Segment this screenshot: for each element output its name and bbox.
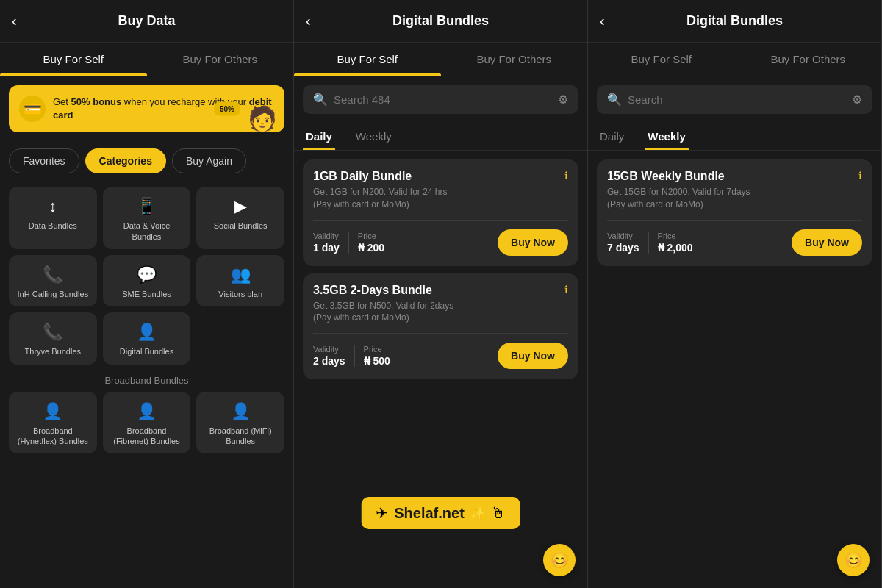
chat-bubble-2[interactable]: 😊 — [543, 544, 576, 576]
pill-buy-again[interactable]: Buy Again — [172, 148, 246, 173]
inh-calling-icon: 📞 — [43, 265, 62, 284]
bundle-15gb-footer: Validity 7 days Price ₦ 2,000 Buy Now — [607, 229, 862, 256]
price-value-2: ₦ 500 — [364, 355, 390, 367]
price-value-3: ₦ 2,000 — [658, 242, 693, 254]
bundle-15gb-name: 15GB Weekly Bundle — [607, 170, 725, 183]
search-icon-2: 🔍 — [313, 93, 328, 107]
panel3-header: ‹ Digital Bundles — [588, 0, 881, 43]
bundle-15gb-desc: Get 15GB for N2000. Valid for 7days(Pay … — [607, 186, 862, 211]
bundle-35gb-meta: Validity 2 days Price ₦ 500 — [313, 345, 492, 367]
panel2-header: ‹ Digital Bundles — [294, 0, 587, 43]
panel3-search-input[interactable] — [628, 93, 846, 106]
data-bundles-label: Data Bundles — [29, 220, 77, 231]
panel3-bundle-list: 15GB Weekly Bundle ℹ Get 15GB for N2000.… — [588, 154, 881, 588]
panel2-search-input[interactable] — [334, 93, 552, 106]
hynetflex-icon: 👤 — [43, 402, 62, 421]
panel2-search-bar[interactable]: 🔍 ⚙ — [303, 85, 578, 114]
bundle-1gb-info-icon[interactable]: ℹ — [564, 170, 568, 182]
pill-favorites[interactable]: Favorites — [9, 148, 79, 173]
broadband-grid: 👤 Broadband (Hynetflex) Bundles 👤 Broadb… — [0, 389, 293, 463]
bundle-15gb-info-icon[interactable]: ℹ — [858, 170, 862, 182]
bundle-35gb-desc: Get 3.5GB for N500. Valid for 2days(Pay … — [313, 300, 568, 325]
panel-buy-data: ‹ Buy Data Buy For Self Buy For Others 💳… — [0, 0, 294, 588]
bundle-15gb-price: Price ₦ 2,000 — [658, 232, 693, 254]
broadband-mifi[interactable]: 👤 Broadband (MiFi) Bundles — [196, 392, 284, 454]
category-visitors[interactable]: 👥 Visitors plan — [196, 255, 284, 306]
digital-label: Digital Bundles — [120, 346, 173, 356]
panel3-tabs: Buy For Self Buy For Others — [588, 43, 881, 76]
pill-categories[interactable]: Categories — [85, 148, 166, 173]
buy-now-btn-35gb[interactable]: Buy Now — [498, 343, 568, 369]
panel1-tabs: Buy For Self Buy For Others — [0, 43, 293, 76]
category-social[interactable]: ▶ Social Bundles — [196, 187, 284, 249]
bundle-1gb-price: Price ₦ 200 — [358, 232, 384, 254]
bundle-card-1gb: 1GB Daily Bundle ℹ Get 1GB for N200. Val… — [303, 159, 578, 266]
price-label-3: Price — [658, 232, 693, 240]
bundle-35gb-validity: Validity 2 days — [313, 345, 345, 367]
data-voice-label: Data & Voice Bundles — [109, 220, 185, 242]
panel2-filter-icon[interactable]: ⚙ — [558, 93, 568, 107]
social-icon: ▶ — [234, 197, 247, 216]
validity-label-1: Validity — [313, 232, 340, 240]
panel3-search-bar[interactable]: 🔍 ⚙ — [597, 85, 872, 114]
panel-digital-daily: ‹ Digital Bundles Buy For Self Buy For O… — [294, 0, 588, 588]
promo-badge: 50% — [214, 102, 240, 116]
tab-buy-for-others-2[interactable]: Buy For Others — [441, 43, 588, 76]
tab-buy-for-self-3[interactable]: Buy For Self — [588, 43, 735, 76]
panel2-tabs: Buy For Self Buy For Others — [294, 43, 587, 76]
promo-text1: Get — [53, 96, 71, 107]
watermark-cursor-icon: 🖱 — [491, 505, 506, 522]
panel2-back-icon[interactable]: ‹ — [306, 12, 311, 29]
data-bundles-icon: ↕ — [49, 197, 57, 216]
subtab-daily-3[interactable]: Daily — [597, 123, 627, 150]
chat-bubble-3[interactable]: 😊 — [837, 544, 870, 576]
bundle-15gb-divider — [607, 220, 862, 220]
validity-label-2: Validity — [313, 345, 345, 354]
buy-now-btn-1gb[interactable]: Buy Now — [498, 229, 568, 256]
category-data-voice[interactable]: 📱 Data & Voice Bundles — [103, 187, 191, 249]
validity-value-3: 7 days — [607, 242, 639, 254]
panel3-back-icon[interactable]: ‹ — [600, 12, 605, 29]
panel3-title: Digital Bundles — [686, 13, 783, 29]
tab-buy-for-others-3[interactable]: Buy For Others — [735, 43, 882, 76]
bundle-35gb-name: 3.5GB 2-Days Bundle — [313, 284, 432, 297]
category-sme[interactable]: 💬 SME Bundles — [103, 255, 191, 306]
category-inh-calling[interactable]: 📞 InH Calling Bundles — [9, 255, 97, 306]
shelaf-watermark: ✈ Shelaf.net ✨ 🖱 — [361, 497, 520, 529]
bundle-card-15gb-header: 15GB Weekly Bundle ℹ — [607, 170, 862, 183]
bundle-15gb-meta: Validity 7 days Price ₦ 2,000 — [607, 232, 786, 254]
broadband-fibrenet[interactable]: 👤 Broadband (Fibrenet) Bundles — [103, 392, 191, 454]
subtab-weekly-3[interactable]: Weekly — [645, 123, 688, 150]
bundle-35gb-price: Price ₦ 500 — [364, 345, 390, 367]
category-digital[interactable]: 👤 Digital Bundles — [103, 312, 191, 364]
panel3-filter-icon[interactable]: ⚙ — [852, 93, 862, 107]
back-arrow-icon[interactable]: ‹ — [12, 12, 17, 29]
price-label-1: Price — [358, 232, 384, 240]
bundle-1gb-desc: Get 1GB for N200. Valid for 24 hrs(Pay w… — [313, 186, 568, 211]
bundle-35gb-info-icon[interactable]: ℹ — [564, 284, 568, 295]
tab-buy-for-others-1[interactable]: Buy For Others — [147, 43, 294, 76]
category-thryve[interactable]: 📞 Thryve Bundles — [9, 312, 97, 364]
watermark-text: Shelaf.net — [394, 505, 465, 522]
bundle-1gb-validity: Validity 1 day — [313, 232, 340, 254]
promo-icon: 💳 — [19, 96, 46, 122]
promo-text: Get 50% bonus when you recharge with you… — [53, 96, 274, 122]
visitors-label: Visitors plan — [218, 289, 262, 299]
broadband-hynetflex[interactable]: 👤 Broadband (Hynetflex) Bundles — [9, 392, 97, 454]
inh-calling-label: InH Calling Bundles — [18, 289, 89, 299]
tab-buy-for-self-1[interactable]: Buy For Self — [0, 43, 147, 76]
social-label: Social Bundles — [214, 220, 268, 231]
promo-banner: 💳 Get 50% bonus when you recharge with y… — [9, 85, 284, 132]
subtab-daily-2[interactable]: Daily — [303, 123, 335, 150]
meta-divider-2 — [354, 345, 355, 367]
bundle-35gb-divider — [313, 333, 568, 334]
tab-buy-for-self-2[interactable]: Buy For Self — [294, 43, 441, 76]
mifi-label: Broadband (MiFi) Bundles — [202, 426, 279, 447]
broadband-section-label: Broadband Bundles — [0, 370, 293, 389]
buy-now-btn-15gb[interactable]: Buy Now — [792, 229, 862, 256]
bundle-35gb-footer: Validity 2 days Price ₦ 500 Buy Now — [313, 343, 568, 369]
subtab-weekly-2[interactable]: Weekly — [353, 123, 395, 150]
category-data-bundles[interactable]: ↕ Data Bundles — [9, 187, 97, 249]
category-grid: ↕ Data Bundles 📱 Data & Voice Bundles ▶ … — [0, 181, 293, 370]
panel1-scroll: 💳 Get 50% bonus when you recharge with y… — [0, 76, 293, 588]
